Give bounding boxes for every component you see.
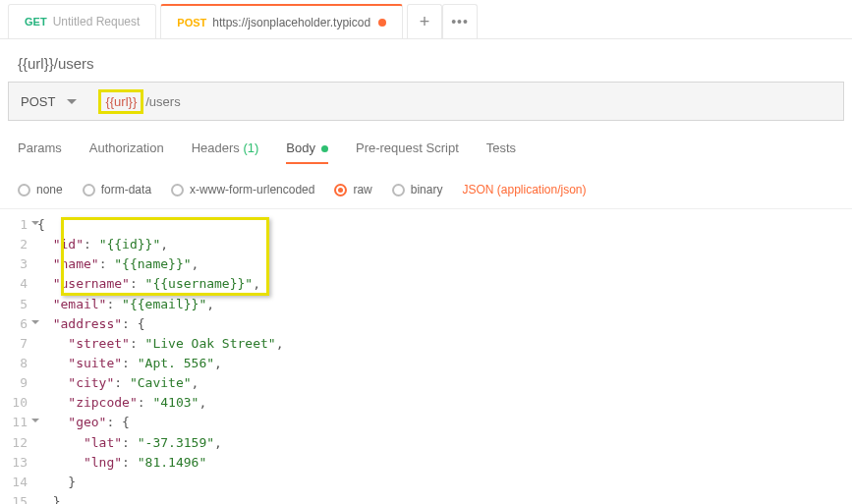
method-select[interactable]: POST bbox=[9, 83, 88, 120]
tab-get-untitled[interactable]: GET Untitled Request bbox=[8, 4, 156, 38]
code-content: "zipcode": "4103", bbox=[37, 393, 852, 413]
tab-tests[interactable]: Tests bbox=[486, 140, 516, 163]
code-content: "lat": "-37.3159", bbox=[37, 433, 852, 453]
code-content: { bbox=[37, 215, 852, 235]
method-badge-get: GET bbox=[25, 16, 47, 28]
body-type-raw[interactable]: raw bbox=[334, 183, 371, 196]
line-number: 10 bbox=[0, 393, 37, 413]
radio-icon bbox=[83, 184, 95, 196]
editor-line[interactable]: 15 }, bbox=[0, 492, 852, 504]
editor-line[interactable]: 14 } bbox=[0, 473, 852, 492]
tab-params[interactable]: Params bbox=[18, 140, 62, 163]
line-number: 6 bbox=[0, 314, 37, 334]
request-name: {{url}}/users bbox=[0, 39, 852, 82]
line-number: 11 bbox=[0, 413, 37, 432]
code-content: "name": "{{name}}", bbox=[37, 254, 852, 274]
radio-icon bbox=[334, 184, 347, 196]
line-number: 9 bbox=[0, 373, 37, 393]
editor-line[interactable]: 6 "address": { bbox=[0, 314, 852, 334]
editor-line[interactable]: 5 "email": "{{email}}", bbox=[0, 295, 852, 314]
tab-overflow-button[interactable]: ••• bbox=[442, 4, 478, 38]
body-type-row: none form-data x-www-form-urlencoded raw… bbox=[0, 173, 852, 209]
code-content: "suite": "Apt. 556", bbox=[37, 354, 852, 373]
radio-icon bbox=[171, 184, 184, 196]
editor-line[interactable]: 10 "zipcode": "4103", bbox=[0, 393, 852, 413]
editor-line[interactable]: 13 "lng": "81.1496" bbox=[0, 453, 852, 473]
editor-line[interactable]: 8 "suite": "Apt. 556", bbox=[0, 354, 852, 373]
tabs-bar: GET Untitled Request POST https://jsonpl… bbox=[0, 0, 852, 39]
request-section-tabs: Params Authorization Headers (1) Body Pr… bbox=[0, 140, 852, 173]
url-path: /users bbox=[145, 94, 180, 109]
code-content: } bbox=[37, 473, 852, 492]
line-number: 15 bbox=[0, 492, 37, 504]
code-content: "username": "{{username}}", bbox=[37, 274, 852, 294]
editor-line[interactable]: 12 "lat": "-37.3159", bbox=[0, 433, 852, 453]
tab-prerequest[interactable]: Pre-request Script bbox=[356, 140, 459, 163]
code-content: "address": { bbox=[37, 314, 852, 334]
body-active-dot-icon bbox=[321, 145, 328, 152]
tab-authorization[interactable]: Authorization bbox=[89, 140, 164, 163]
code-content: "geo": { bbox=[37, 413, 852, 432]
url-input[interactable]: {{url}} /users bbox=[88, 83, 843, 120]
line-number: 14 bbox=[0, 473, 37, 492]
editor-line[interactable]: 7 "street": "Live Oak Street", bbox=[0, 334, 852, 354]
unsaved-dot-icon bbox=[378, 19, 386, 27]
tab-title: https://jsonplaceholder.typicod bbox=[212, 16, 370, 29]
body-type-urlencoded[interactable]: x-www-form-urlencoded bbox=[171, 183, 314, 196]
fold-toggle-icon[interactable] bbox=[31, 320, 39, 328]
code-content: "city": "Cavite", bbox=[37, 373, 852, 393]
fold-toggle-icon[interactable] bbox=[31, 221, 39, 229]
tab-headers[interactable]: Headers (1) bbox=[192, 140, 259, 163]
line-number: 2 bbox=[0, 235, 37, 254]
body-editor[interactable]: 1{2 "id": "{{id}}",3 "name": "{{name}}",… bbox=[0, 209, 852, 504]
line-number: 8 bbox=[0, 354, 37, 373]
content-type-dropdown[interactable]: JSON (application/json) bbox=[462, 183, 586, 196]
tab-title: Untitled Request bbox=[53, 15, 141, 28]
plus-icon: + bbox=[420, 12, 430, 32]
tab-body[interactable]: Body bbox=[286, 140, 328, 163]
editor-line[interactable]: 3 "name": "{{name}}", bbox=[0, 254, 852, 274]
editor-line[interactable]: 2 "id": "{{id}}", bbox=[0, 235, 852, 254]
body-type-none[interactable]: none bbox=[18, 183, 63, 196]
editor-line[interactable]: 9 "city": "Cavite", bbox=[0, 373, 852, 393]
line-number: 7 bbox=[0, 334, 37, 354]
code-content: }, bbox=[37, 492, 852, 504]
editor-line[interactable]: 11 "geo": { bbox=[0, 413, 852, 432]
fold-toggle-icon[interactable] bbox=[31, 419, 39, 426]
editor-line[interactable]: 4 "username": "{{username}}", bbox=[0, 274, 852, 294]
code-content: "email": "{{email}}", bbox=[37, 295, 852, 314]
line-number: 1 bbox=[0, 215, 37, 235]
line-number: 4 bbox=[0, 274, 37, 294]
code-content: "id": "{{id}}", bbox=[37, 235, 852, 254]
code-content: "street": "Live Oak Street", bbox=[37, 334, 852, 354]
more-icon: ••• bbox=[451, 14, 469, 29]
line-number: 13 bbox=[0, 453, 37, 473]
line-number: 5 bbox=[0, 295, 37, 314]
radio-icon bbox=[18, 184, 30, 196]
radio-icon bbox=[392, 184, 405, 196]
url-variable-highlight: {{url}} bbox=[98, 89, 143, 114]
code-content: "lng": "81.1496" bbox=[37, 453, 852, 473]
editor-line[interactable]: 1{ bbox=[0, 215, 852, 235]
url-bar: POST {{url}} /users bbox=[8, 82, 844, 121]
body-type-binary[interactable]: binary bbox=[392, 183, 443, 196]
body-type-form-data[interactable]: form-data bbox=[83, 183, 151, 196]
method-badge-post: POST bbox=[177, 17, 206, 28]
line-number: 12 bbox=[0, 433, 37, 453]
new-tab-button[interactable]: + bbox=[407, 4, 442, 38]
tab-post-jsonplaceholder[interactable]: POST https://jsonplaceholder.typicod bbox=[160, 4, 403, 38]
line-number: 3 bbox=[0, 254, 37, 274]
